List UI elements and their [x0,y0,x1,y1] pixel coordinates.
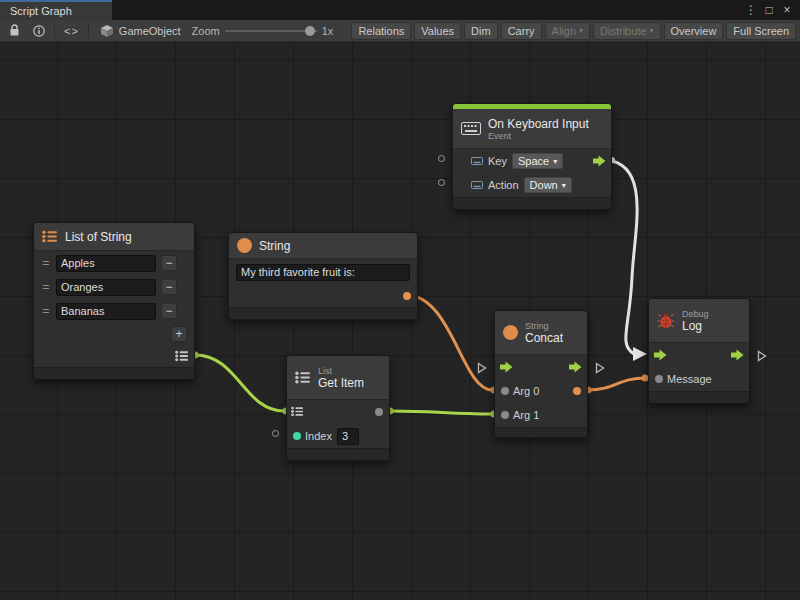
index-value-port[interactable] [272,430,279,437]
gameobject-field[interactable]: GameObject [94,24,187,38]
flow-input-port[interactable] [654,349,667,361]
list-output-row [34,345,194,367]
string-output-port[interactable] [403,292,411,300]
node-footer [34,367,194,379]
list-icon [175,350,189,362]
string-value-input[interactable] [236,264,410,281]
distribute-button[interactable]: Distribute ▾ [593,22,660,40]
node-header: List of String [34,223,194,251]
code-icon[interactable]: <> [60,25,83,37]
distribute-label: Distribute [600,25,646,37]
key-dropdown[interactable]: Space ▾ [512,153,563,169]
node-footer [453,197,611,209]
index-input-port[interactable] [293,432,301,440]
flow-output-port[interactable] [593,155,606,167]
key-row: Key Space ▾ [453,149,611,173]
wire-list-to-getitem[interactable] [195,355,284,411]
add-item-button[interactable]: + [171,326,187,342]
list-item-row: = − [34,251,194,275]
tab-title: Script Graph [10,5,72,17]
flow-output-port[interactable] [569,361,582,373]
message-label: Message [667,373,712,385]
node-title: List of String [65,230,132,244]
action-value: Down [530,179,558,191]
drag-handle-icon[interactable]: = [41,304,51,318]
list-item-input[interactable] [56,279,156,296]
flow-input-port[interactable] [500,361,513,373]
list-item-row: = − [34,275,194,299]
list-item-input[interactable] [56,303,156,320]
add-item-row: + [34,323,194,345]
list-item-input[interactable] [56,255,156,272]
node-header: List Get Item [287,356,389,400]
list-io-row [287,400,389,424]
gameobject-label: GameObject [119,25,181,37]
node-header: Debug Log [649,299,749,343]
drag-handle-icon[interactable]: = [41,280,51,294]
result-output-port[interactable] [573,387,581,395]
align-button[interactable]: Align ▾ [545,22,590,40]
arg0-label: Arg 0 [513,385,539,397]
node-get-item[interactable]: List Get Item Index [286,355,390,461]
node-concat[interactable]: String Concat Arg 0 Arg 1 [494,310,588,438]
align-label: Align [552,25,576,37]
remove-item-button[interactable]: − [161,279,177,295]
index-input[interactable] [337,428,359,445]
values-button[interactable]: Values [414,22,461,40]
zoom-label: Zoom [192,25,220,37]
relations-button[interactable]: Relations [351,22,411,40]
mini-keyboard-icon [471,157,483,165]
remove-item-button[interactable]: − [161,255,177,271]
flow-output-port[interactable] [731,349,744,361]
lock-icon[interactable] [4,22,24,40]
key-value-port[interactable] [438,155,445,162]
flow-direction-indicator [477,360,487,378]
chevron-down-icon: ▾ [650,26,654,35]
node-list-of-string[interactable]: List of String = − = − = − + [33,222,195,380]
window-maximize-icon[interactable]: □ [762,3,776,17]
node-category: List [318,366,364,376]
message-input-port[interactable] [655,375,663,383]
graph-toolbar: <> GameObject Zoom 1x Relations Values D… [0,20,800,42]
remove-item-button[interactable]: − [161,303,177,319]
window-close-icon[interactable]: × [780,3,794,17]
arg1-label: Arg 1 [513,409,539,421]
wire-concat-to-log[interactable] [588,378,646,390]
carry-button[interactable]: Carry [501,22,542,40]
zoom-slider-handle[interactable] [305,26,315,36]
node-title: String [259,239,290,253]
message-row: Message [649,367,749,391]
fullscreen-button[interactable]: Full Screen [726,22,796,40]
node-footer [287,448,389,460]
list-output-port[interactable] [175,350,189,364]
window-menu-icon[interactable]: ⋮ [744,3,758,17]
action-value-port[interactable] [438,179,445,186]
node-header: String [229,233,417,259]
wire-getitem-to-concat[interactable] [390,411,492,414]
arg1-input-port[interactable] [501,411,509,419]
action-dropdown[interactable]: Down ▾ [524,177,572,193]
bug-icon [657,312,675,329]
info-icon[interactable] [29,22,49,40]
node-string-literal[interactable]: String [228,232,418,320]
arg0-input-port[interactable] [501,387,509,395]
node-on-keyboard-input[interactable]: On Keyboard Input Event Key Space ▾ Acti… [452,103,612,210]
string-output-row [229,285,417,307]
item-output-port[interactable] [375,408,383,416]
list-input-port[interactable] [291,406,304,419]
flow-direction-indicator [757,348,767,366]
flow-row [495,355,587,379]
node-debug-log[interactable]: Debug Log Message [648,298,750,404]
dim-button[interactable]: Dim [464,22,498,40]
list-icon [291,406,304,417]
overview-button[interactable]: Overview [664,22,724,40]
titlebar: Script Graph ⋮ □ × [0,0,800,20]
list-icon [42,230,58,243]
drag-handle-icon[interactable]: = [41,256,51,270]
action-row: Action Down ▾ [453,173,611,197]
node-title: Get Item [318,376,364,390]
node-footer [229,307,417,319]
tab-script-graph[interactable]: Script Graph [0,0,112,20]
zoom-slider[interactable] [225,22,317,40]
graph-canvas[interactable]: On Keyboard Input Event Key Space ▾ Acti… [0,42,800,600]
